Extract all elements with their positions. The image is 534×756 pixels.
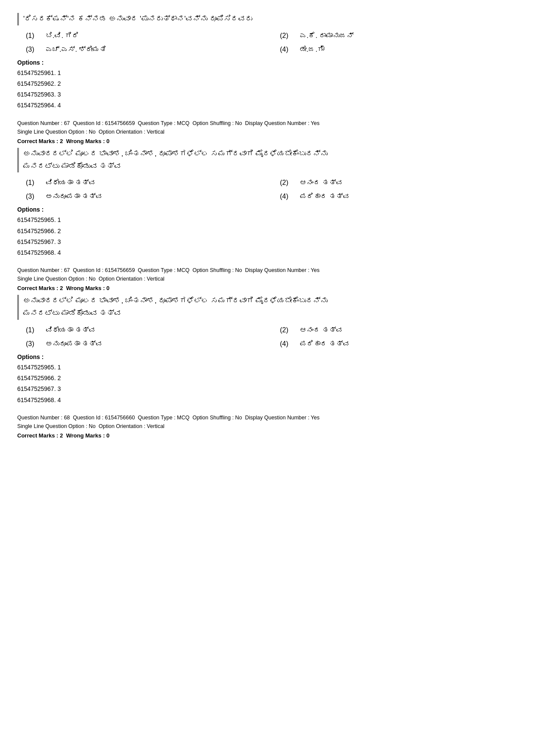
option-value-3-67a: 61547525967. 3 (17, 237, 517, 247)
meta-67b: Question Number : 67 Question Id : 61547… (17, 266, 517, 283)
marks-67b: Correct Marks : 2 Wrong Marks : 0 (17, 285, 517, 291)
option-3-67a: (3) ಅನುರೂಪತಾ ತತ್ವ (26, 191, 263, 202)
option-value-3-67b: 61547525967. 3 (17, 384, 517, 394)
option-4-67a: (4) ಪರಿಹಾರ ತತ್ವ (280, 191, 517, 202)
options-list-67a: 61547525965. 1 61547525966. 2 6154752596… (17, 215, 517, 258)
option-value-4-67a: 61547525968. 4 (17, 247, 517, 258)
question-block-67a: Question Number : 67 Question Id : 61547… (17, 119, 517, 259)
option-value-2-66: 61547525962. 2 (17, 78, 517, 89)
option-1-66: (1) ಬಿ.ವಿ. ಗಿರಿ (26, 31, 263, 41)
marks-67a: Correct Marks : 2 Wrong Marks : 0 (17, 138, 517, 144)
option-value-3-66: 61547525963. 3 (17, 89, 517, 100)
question-block-66: 'ರಿಸರಕ್ಷನ್'ನ ಕನ್ನಡ ಅನುವಾದ 'ಪುನರುತ್ಥಾನ'ವನ… (17, 13, 517, 111)
question-text-67b: ಅನುವಾದದಲ್ಲಿ ಮೂಲದ ಭಾವಾಂಶ, ಚಿಂತನಾಂಶ, ರೂಪಾಂ… (17, 295, 517, 320)
option-2-66: (2) ಎ.ಕೆ. ರಾಮಾನುಜನ್ (280, 31, 517, 41)
options-list-67b: 61547525965. 1 61547525966. 2 6154752596… (17, 362, 517, 406)
option-1-67a: (1) ವಿಧೇಯತಾ ತತ್ವ (26, 178, 263, 188)
option-2-67a: (2) ಆನಂದ ತತ್ವ (280, 178, 517, 188)
options-label-66: Options : (17, 59, 517, 66)
options-label-67a: Options : (17, 206, 517, 213)
question-text-66: 'ರಿಸರಕ್ಷನ್'ನ ಕನ್ನಡ ಅನುವಾದ 'ಪುನರುತ್ಥಾನ'ವನ… (17, 13, 517, 25)
meta-67a: Question Number : 67 Question Id : 61547… (17, 119, 517, 136)
marks-68: Correct Marks : 2 Wrong Marks : 0 (17, 432, 517, 439)
question-block-68: Question Number : 68 Question Id : 61547… (17, 413, 517, 439)
option-value-4-67b: 61547525968. 4 (17, 395, 517, 406)
option-4-67b: (4) ಪರಿಹಾರ ತತ್ವ (280, 339, 517, 349)
options-grid-67b: (1) ವಿಧೇಯತಾ ತತ್ವ (2) ಆನಂದ ತತ್ವ (3) ಅನುರೂ… (26, 325, 517, 349)
options-grid-67a: (1) ವಿಧೇಯತಾ ತತ್ವ (2) ಆನಂದ ತತ್ವ (3) ಅನುರೂ… (26, 178, 517, 202)
option-value-1-66: 61547525961. 1 (17, 68, 517, 78)
option-value-1-67a: 61547525965. 1 (17, 215, 517, 225)
options-grid-66: (1) ಬಿ.ವಿ. ಗಿರಿ (2) ಎ.ಕೆ. ರಾಮಾನುಜನ್ (3) … (26, 31, 517, 55)
option-2-67b: (2) ಆನಂದ ತತ್ವ (280, 325, 517, 335)
page-content: 'ರಿಸರಕ್ಷನ್'ನ ಕನ್ನಡ ಅನುವಾದ 'ಪುನರುತ್ಥಾನ'ವನ… (17, 13, 517, 439)
option-value-4-66: 61547525964. 4 (17, 100, 517, 111)
meta-68: Question Number : 68 Question Id : 61547… (17, 413, 517, 431)
options-label-67b: Options : (17, 353, 517, 360)
option-4-66: (4) ಡೇ.ಜ.ಗೌ (280, 44, 517, 55)
option-3-67b: (3) ಅನುರೂಪತಾ ತತ್ವ (26, 339, 263, 349)
options-list-66: 61547525961. 1 61547525962. 2 6154752596… (17, 68, 517, 111)
question-text-67a: ಅನುವಾದದಲ್ಲಿ ಮೂಲದ ಭಾವಾಂಶ, ಚಿಂತನಾಂಶ, ರೂಪಾಂ… (17, 148, 517, 173)
option-value-2-67b: 61547525966. 2 (17, 373, 517, 384)
option-1-67b: (1) ವಿಧೇಯತಾ ತತ್ವ (26, 325, 263, 335)
option-3-66: (3) ಎಚ್.ಎಸ್. ಶ್ರೀಮತಿ (26, 44, 263, 55)
question-block-67b: Question Number : 67 Question Id : 61547… (17, 266, 517, 406)
option-value-1-67b: 61547525965. 1 (17, 362, 517, 373)
option-value-2-67a: 61547525966. 2 (17, 226, 517, 237)
